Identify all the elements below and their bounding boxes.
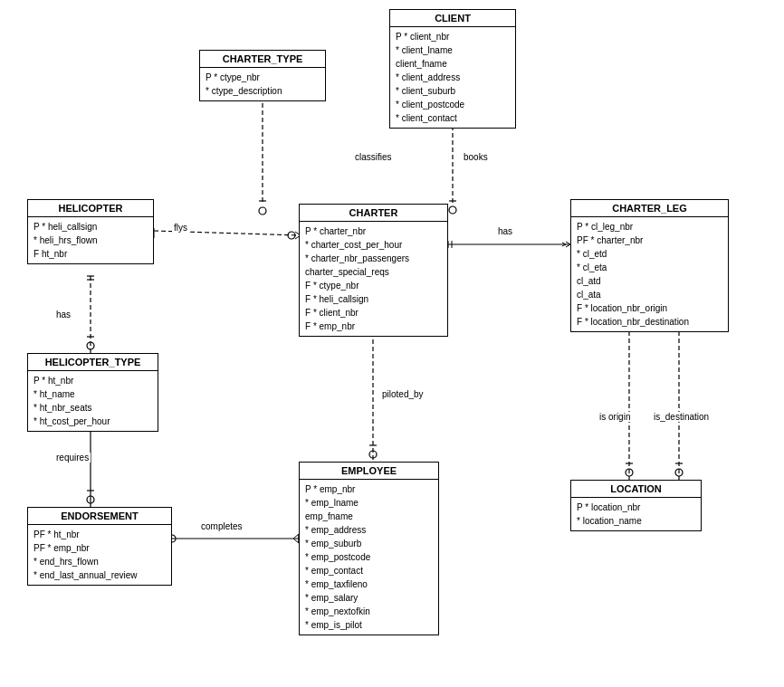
field-cl-eta: * cl_eta [577, 261, 722, 274]
entity-endorsement: ENDORSEMENT PF * ht_nbr PF * emp_nbr * e… [27, 507, 172, 586]
svg-point-52 [675, 469, 683, 476]
field-client-lname: * client_lname [396, 43, 510, 57]
label-books: books [462, 152, 490, 162]
entity-charter-leg-body: P * cl_leg_nbr PF * charter_nbr * cl_etd… [571, 217, 728, 331]
entity-charter-type-header: CHARTER_TYPE [200, 51, 325, 68]
field-emp-contact: * emp_contact [305, 564, 433, 577]
label-has-heli-type: has [54, 310, 72, 320]
entity-helicopter-body: P * heli_callsign * heli_hrs_flown F ht_… [28, 217, 153, 263]
entity-client-header: CLIENT [390, 10, 515, 27]
field-end-emp-nbr: PF * emp_nbr [33, 541, 166, 555]
entity-client: CLIENT P * client_nbr * client_lname cli… [389, 9, 516, 129]
field-emp-fname: emp_fname [305, 510, 433, 523]
entity-location: LOCATION P * location_nbr * location_nam… [570, 480, 702, 531]
field-location-nbr-origin: F * location_nbr_origin [577, 301, 722, 315]
entity-helicopter-type: HELICOPTER_TYPE P * ht_nbr * ht_name * h… [27, 353, 158, 432]
label-piloted-by: piloted_by [380, 389, 425, 399]
entity-charter: CHARTER P * charter_nbr * charter_cost_p… [299, 204, 448, 337]
field-charter-nbr-passengers: * charter_nbr_passengers [305, 252, 442, 265]
field-client-address: * client_address [396, 71, 510, 84]
svg-line-28 [562, 244, 566, 246]
field-ht-nbr2: P * ht_nbr [33, 374, 152, 387]
label-requires: requires [54, 453, 91, 463]
entity-charter-type: CHARTER_TYPE P * ctype_nbr * ctype_descr… [199, 50, 326, 101]
field-emp-address: * emp_address [305, 523, 433, 537]
svg-point-29 [87, 342, 94, 349]
entity-charter-leg: CHARTER_LEG P * cl_leg_nbr PF * charter_… [570, 199, 729, 332]
field-end-last-annual-review: * end_last_annual_review [33, 568, 166, 582]
entity-employee-body: P * emp_nbr * emp_lname emp_fname * emp_… [300, 480, 438, 635]
field-location-nbr-destination: F * location_nbr_destination [577, 315, 722, 329]
field-charter-ctype-nbr: F * ctype_nbr [305, 279, 442, 292]
entity-helicopter: HELICOPTER P * heli_callsign * heli_hrs_… [27, 199, 154, 264]
entity-helicopter-header: HELICOPTER [28, 200, 153, 217]
svg-point-14 [259, 207, 266, 215]
field-ctype-description: * ctype_description [206, 84, 320, 98]
field-cl-charter-nbr: PF * charter_nbr [577, 234, 722, 247]
entity-charter-leg-header: CHARTER_LEG [571, 200, 728, 217]
field-charter-client-nbr: F * client_nbr [305, 306, 442, 320]
field-end-hrs-flown: * end_hrs_flown [33, 555, 166, 568]
entity-charter-header: CHARTER [300, 205, 447, 222]
field-location-nbr: P * location_nbr [577, 501, 695, 514]
field-ht-cost-per-hour: * ht_cost_per_hour [33, 415, 152, 428]
field-location-name: * location_name [577, 514, 695, 528]
field-ht-name: * ht_name [33, 387, 152, 401]
entity-charter-body: P * charter_nbr * charter_cost_per_hour … [300, 222, 447, 336]
field-cl-leg-nbr: P * cl_leg_nbr [577, 220, 722, 234]
svg-point-35 [87, 496, 94, 503]
label-completes: completes [199, 521, 244, 531]
field-heli-callsign: P * heli_callsign [33, 220, 148, 234]
label-is-origin: is origin [598, 412, 632, 422]
field-cl-etd: * cl_etd [577, 247, 722, 261]
entity-helicopter-type-header: HELICOPTER_TYPE [28, 354, 158, 371]
label-classifies: classifies [353, 152, 394, 162]
svg-point-39 [369, 451, 377, 458]
entity-employee: EMPLOYEE P * emp_nbr * emp_lname emp_fna… [299, 462, 439, 635]
field-client-fname: client_fname [396, 57, 510, 71]
field-client-contact: * client_contact [396, 111, 510, 125]
svg-line-27 [562, 243, 566, 244]
field-heli-hrs-flown: * heli_hrs_flown [33, 234, 148, 247]
diagram-container: classifies books flys has has requires p… [0, 0, 784, 687]
svg-point-48 [626, 469, 633, 476]
field-charter-heli-callsign: F * heli_callsign [305, 292, 442, 306]
field-ht-nbr-seats: * ht_nbr_seats [33, 401, 152, 415]
label-has-charter-leg: has [496, 226, 514, 236]
field-emp-taxfileno: * emp_taxfileno [305, 577, 433, 591]
field-charter-emp-nbr: F * emp_nbr [305, 320, 442, 333]
entity-location-body: P * location_nbr * location_name [571, 498, 701, 530]
field-charter-special-reqs: charter_special_reqs [305, 265, 442, 279]
field-emp-postcode: * emp_postcode [305, 550, 433, 564]
svg-point-10 [449, 206, 456, 214]
entity-client-body: P * client_nbr * client_lname client_fna… [390, 27, 515, 128]
field-emp-suburb: * emp_suburb [305, 537, 433, 550]
field-emp-nextofkin: * emp_nextofkin [305, 605, 433, 618]
field-emp-lname: * emp_lname [305, 496, 433, 510]
svg-point-20 [288, 232, 295, 239]
label-flys: flys [172, 223, 189, 233]
entity-endorsement-body: PF * ht_nbr PF * emp_nbr * end_hrs_flown… [28, 525, 171, 585]
field-end-ht-nbr: PF * ht_nbr [33, 528, 166, 541]
field-emp-nbr: P * emp_nbr [305, 482, 433, 496]
field-charter-cost-per-hour: * charter_cost_per_hour [305, 238, 442, 252]
label-is-destination: is_destination [652, 412, 711, 422]
field-client-suburb: * client_suburb [396, 84, 510, 98]
field-cl-ata: cl_ata [577, 288, 722, 301]
field-charter-nbr: P * charter_nbr [305, 224, 442, 238]
entity-employee-header: EMPLOYEE [300, 463, 438, 480]
field-emp-salary: * emp_salary [305, 591, 433, 605]
field-ctype-nbr: P * ctype_nbr [206, 71, 320, 84]
field-ht-nbr: F ht_nbr [33, 247, 148, 261]
entity-charter-type-body: P * ctype_nbr * ctype_description [200, 68, 325, 100]
entity-endorsement-header: ENDORSEMENT [28, 508, 171, 525]
entity-helicopter-type-body: P * ht_nbr * ht_name * ht_nbr_seats * ht… [28, 371, 158, 431]
field-client-postcode: * client_postcode [396, 98, 510, 111]
field-client-nbr: P * client_nbr [396, 30, 510, 43]
field-emp-is-pilot: * emp_is_pilot [305, 618, 433, 632]
entity-location-header: LOCATION [571, 481, 701, 498]
field-cl-atd: cl_atd [577, 274, 722, 288]
